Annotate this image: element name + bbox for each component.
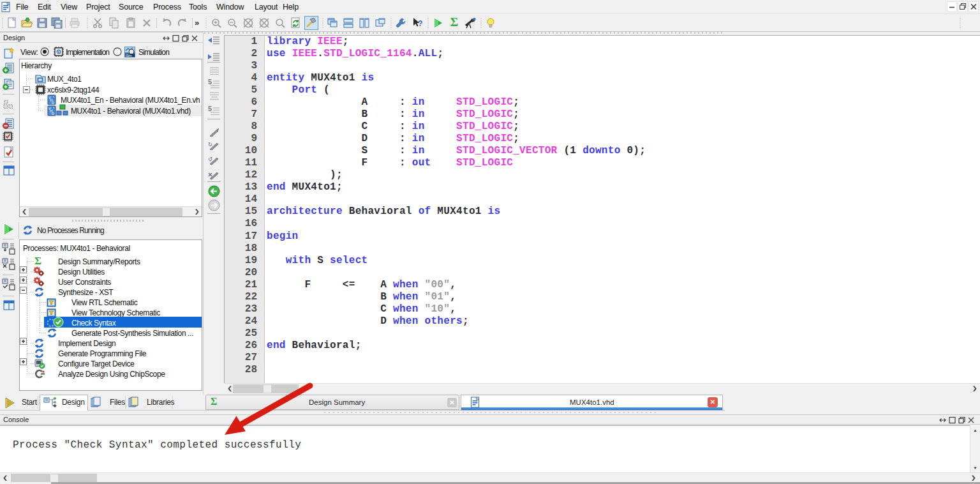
svg-text:5: 5 <box>208 78 212 86</box>
svg-text:↺: ↺ <box>208 156 212 162</box>
svg-text:D: D <box>52 112 54 116</box>
svg-text:?: ? <box>418 19 422 28</box>
svg-text:5: 5 <box>208 105 212 112</box>
svg-text:↻: ↻ <box>208 142 212 147</box>
svg-text:ISim: ISim <box>126 54 133 57</box>
